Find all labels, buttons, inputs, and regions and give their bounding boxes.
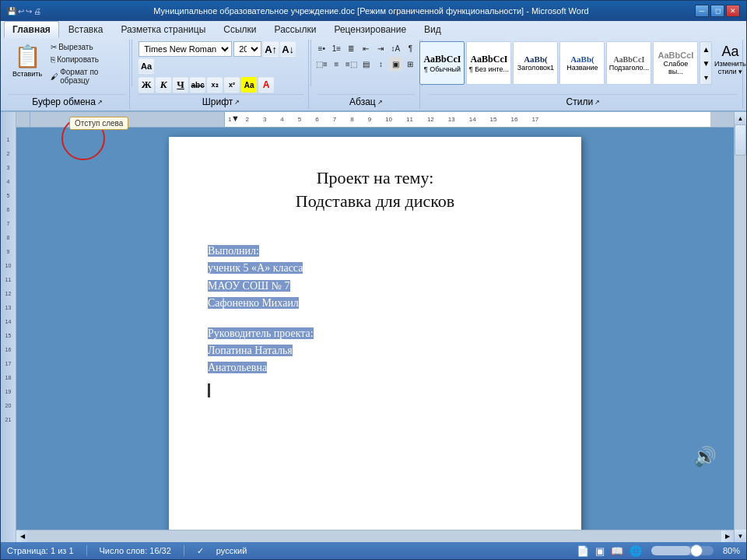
window-controls[interactable]: ─ ◻ ✕ (695, 5, 740, 17)
font-color-button[interactable]: А (258, 77, 274, 93)
underline-button[interactable]: Ч (173, 77, 188, 93)
font-format-row: Ж К Ч аbc x₂ x² Аа А (139, 77, 274, 93)
tab-view[interactable]: Вид (416, 21, 450, 38)
style-normal[interactable]: AaBbCcI ¶ Обычный (419, 41, 465, 85)
multilevel-list-button[interactable]: ≣ (344, 41, 358, 55)
font-name-row: Times New Roman 20 A↑ A↓ Аа (139, 41, 303, 74)
styles-scroll-more-icon[interactable]: ▾ (704, 73, 708, 82)
clipboard-expand-icon[interactable]: ↗ (97, 99, 103, 106)
view-web-icon[interactable]: 🌐 (630, 545, 642, 557)
cut-button[interactable]: ✂ Вырезать (47, 41, 126, 53)
line-spacing-button[interactable]: ↕ (374, 57, 388, 71)
redo-icon[interactable]: ↪ (26, 7, 32, 16)
font-size-select[interactable]: 20 (233, 41, 261, 57)
tab-home[interactable]: Главная (4, 21, 59, 38)
shrink-font-button[interactable]: A↓ (280, 41, 296, 57)
bottom-scrollbar[interactable]: ◀ ▶ (16, 530, 734, 542)
paragraph-content: ≡• 1≡ ≣ ⇤ ⇥ ↕A ¶ ⬚≡ ≡ ≡⬚ ▤ ↕ ▣ (314, 41, 417, 93)
scroll-down-button[interactable]: ▼ (735, 530, 746, 542)
print-icon[interactable]: 🖨 (33, 7, 41, 16)
format-painter-label: Формат по образцу (60, 68, 123, 85)
scroll-left-button[interactable]: ◀ (16, 530, 29, 543)
undo-icon[interactable]: ↩ (18, 7, 24, 16)
align-right-button[interactable]: ≡⬚ (344, 57, 358, 71)
indent-tooltip: Отступ слева (69, 117, 128, 130)
format-painter-button[interactable]: 🖌 Формат по образцу (47, 66, 126, 86)
author-block: Выполнил: ученик 5 «А» класса МАОУ СОШ №… (208, 243, 542, 313)
style-title-preview: AaBb( (562, 54, 602, 64)
style-subtitle-preview: AaBbCcI (608, 55, 649, 64)
paragraph-expand-icon[interactable]: ↗ (377, 99, 383, 106)
save-icon[interactable]: 💾 (7, 7, 16, 16)
copy-button[interactable]: ⎘ Копировать (47, 54, 126, 65)
bold-button[interactable]: Ж (139, 77, 154, 93)
author-line2: ученик 5 «А» класса (208, 260, 542, 277)
styles-scroll-down-icon[interactable]: ▼ (702, 59, 710, 68)
document-page[interactable]: Проект на тему: Подставка для дисков Вып… (169, 137, 581, 530)
language-indicator[interactable]: русский (216, 546, 247, 555)
font-name-select[interactable]: Times New Roman (139, 41, 232, 57)
quick-access[interactable]: 💾 ↩ ↪ 🖨 (7, 7, 41, 16)
scroll-thumb[interactable] (735, 124, 746, 156)
decrease-indent-button[interactable]: ⇤ (359, 41, 373, 55)
view-normal-icon[interactable]: 📄 (577, 545, 589, 557)
tab-references[interactable]: Ссылки (215, 21, 265, 38)
superscript-button[interactable]: x² (224, 77, 240, 93)
style-subtle[interactable]: AaBbCcI Слабое вы... (653, 41, 698, 85)
statusbar: Страница: 1 из 1 Число слов: 16/32 ✓ рус… (1, 542, 746, 559)
align-left-button[interactable]: ⬚≡ (314, 57, 328, 71)
clear-format-button[interactable]: Аа (139, 58, 154, 74)
scroll-track[interactable] (29, 530, 721, 542)
style-no-spacing[interactable]: AaBbCcI ¶ Без инте... (466, 41, 511, 85)
spell-check-icon[interactable]: ✓ (197, 546, 204, 556)
statusbar-right: 📄 ▣ 📖 🌐 80% (577, 545, 740, 557)
styles-expand-icon[interactable]: ↗ (594, 99, 600, 106)
numbered-list-button[interactable]: 1≡ (329, 41, 343, 55)
font-expand-icon[interactable]: ↗ (234, 99, 240, 106)
change-styles-button[interactable]: Аa Изменить стили ▾ (714, 41, 746, 78)
main-area: 1 2 3 4 5 6 7 8 9 10 11 12 13 14 15 16 1… (1, 112, 746, 542)
style-subtitle[interactable]: AaBbCcI Подзаголо... (606, 41, 651, 85)
border-button[interactable]: ⊞ (403, 57, 417, 71)
scroll-up-button[interactable]: ▲ (735, 112, 746, 124)
zoom-slider-thumb[interactable] (690, 544, 703, 557)
style-title[interactable]: AaBb( Название (559, 41, 605, 85)
tab-insert[interactable]: Вставка (60, 21, 112, 38)
shading-button[interactable]: ▣ (388, 57, 402, 71)
justify-button[interactable]: ▤ (359, 57, 373, 71)
titlebar: 💾 ↩ ↪ 🖨 Муниципальное образовательное уч… (1, 1, 746, 21)
increase-indent-button[interactable]: ⇥ (374, 41, 388, 55)
styles-scroll-up-icon[interactable]: ▲ (702, 45, 710, 54)
indent-marker[interactable]: ▼ (231, 114, 240, 123)
minimize-button[interactable]: ─ (695, 5, 709, 17)
sort-button[interactable]: ↕A (388, 41, 402, 55)
align-center-button[interactable]: ≡ (329, 57, 343, 71)
grow-font-button[interactable]: A↑ (263, 41, 279, 57)
italic-button[interactable]: К (156, 77, 171, 93)
copy-icon: ⎘ (51, 55, 55, 64)
view-layout-icon[interactable]: ▣ (595, 545, 605, 557)
scroll-track-vertical[interactable] (735, 124, 746, 530)
close-button[interactable]: ✕ (726, 5, 740, 17)
strikethrough-button[interactable]: аbc (190, 77, 205, 93)
view-reading-icon[interactable]: 📖 (611, 545, 623, 557)
scroll-right-button[interactable]: ▶ (721, 530, 734, 543)
tab-mailings[interactable]: Рассылки (266, 21, 325, 38)
copy-label: Копировать (57, 55, 99, 64)
right-scrollbar[interactable]: ▲ ▼ (734, 112, 746, 542)
paste-button[interactable]: 📋 Вставить (9, 41, 46, 80)
paste-label: Вставить (12, 70, 42, 78)
author-line4: Сафоненко Михаил (208, 295, 542, 312)
tab-review[interactable]: Рецензирование (325, 21, 415, 38)
restore-button[interactable]: ◻ (710, 5, 724, 17)
style-heading1[interactable]: AaBb( Заголовок1 (513, 41, 558, 85)
styles-scroll[interactable]: ▲ ▼ ▾ (700, 41, 712, 85)
zoom-slider[interactable] (651, 546, 714, 555)
bullet-list-button[interactable]: ≡• (314, 41, 328, 55)
subscript-button[interactable]: x₂ (207, 77, 223, 93)
tab-layout[interactable]: Разметка страницы (112, 21, 214, 38)
styles-area: AaBbCcI ¶ Обычный AaBbCcI ¶ Без инте... … (419, 41, 698, 85)
speaker-icon: 🔊 (693, 446, 717, 467)
highlight-button[interactable]: Аа (241, 77, 257, 93)
show-formatting-button[interactable]: ¶ (403, 41, 417, 55)
